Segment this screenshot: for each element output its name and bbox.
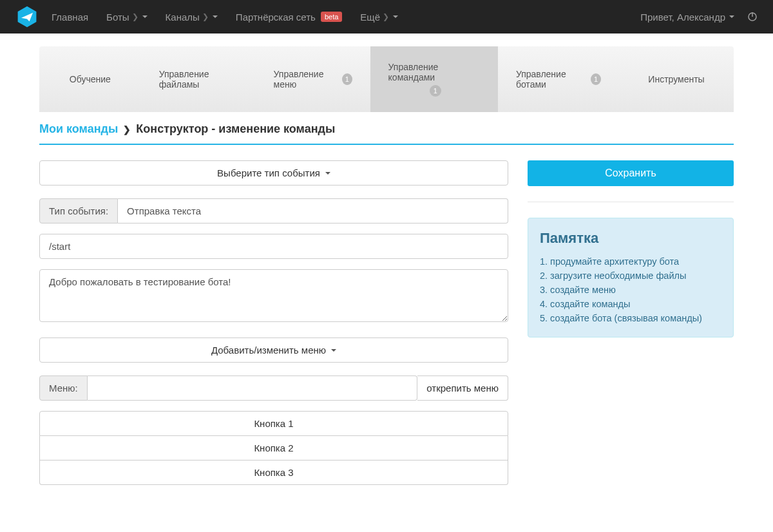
event-type-group: Тип события: Отправка текста (39, 198, 508, 223)
menu-button-2[interactable]: Кнопка 2 (39, 436, 508, 461)
memo-panel: Памятка 1. продумайте архитектуру бота 2… (528, 218, 734, 337)
tab-bots[interactable]: Управление ботами1 (498, 46, 619, 112)
tab-training[interactable]: Обучение (39, 46, 141, 112)
caret-down-icon (142, 15, 148, 18)
memo-item[interactable]: 5. создайте бота (связывая команды) (540, 311, 721, 325)
memo-item[interactable]: 4. создайте команды (540, 297, 721, 311)
menu-value (88, 375, 418, 401)
memo-item[interactable]: 2. загрузите необходимые файлы (540, 269, 721, 283)
tab-commands[interactable]: Управление командами1 (370, 46, 498, 112)
chevron-right-icon: ❯ (383, 12, 389, 21)
caret-down-icon (393, 15, 398, 18)
save-button[interactable]: Сохранить (528, 160, 734, 186)
event-type-value: Отправка текста (118, 198, 508, 223)
nav-bots[interactable]: Боты ❯ (106, 12, 148, 23)
form-column: Выберите тип события Тип события: Отправ… (39, 160, 508, 485)
tab-bar: Обучение Управление файламы Управление м… (39, 46, 734, 112)
tab-files[interactable]: Управление файламы (141, 46, 256, 112)
nav-main[interactable]: Главная (52, 12, 88, 23)
memo-title: Памятка (540, 230, 721, 247)
tab-badge: 1 (430, 85, 441, 97)
unpin-menu-button[interactable]: открепить меню (417, 375, 508, 401)
menu-button-3[interactable]: Кнопка 3 (39, 461, 508, 485)
logout-icon[interactable] (747, 12, 758, 22)
menu-group: Меню: открепить меню (39, 375, 508, 401)
menu-dropdown[interactable]: Добавить/изменить меню (39, 337, 508, 363)
tab-tools[interactable]: Инструменты (619, 46, 734, 112)
command-input[interactable] (39, 234, 508, 259)
logo-icon[interactable] (15, 5, 39, 28)
caret-down-icon (213, 15, 218, 18)
menu-buttons-list: Кнопка 1 Кнопка 2 Кнопка 3 (39, 411, 508, 485)
nav-partner[interactable]: Партнёрская сетьbeta (236, 12, 342, 23)
memo-item[interactable]: 1. продумайте архитектуру бота (540, 254, 721, 269)
sidebar-column: Сохранить Памятка 1. продумайте архитект… (528, 160, 734, 485)
nav-items: Главная Боты ❯ Каналы ❯ Партнёрская сеть… (52, 12, 398, 23)
nav-channels[interactable]: Каналы ❯ (166, 12, 218, 23)
chevron-right-icon: ❯ (202, 12, 209, 21)
nav-user-greeting[interactable]: Привет, Александр (640, 12, 734, 23)
tab-badge: 1 (591, 73, 601, 85)
chevron-right-icon: ❯ (132, 12, 138, 21)
content-area: Выберите тип события Тип события: Отправ… (39, 147, 734, 498)
caret-down-icon (729, 15, 734, 18)
memo-item[interactable]: 3. создайте меню (540, 283, 721, 297)
menu-button-1[interactable]: Кнопка 1 (39, 411, 508, 436)
message-textarea[interactable] (39, 269, 508, 322)
beta-badge: beta (321, 12, 342, 22)
menu-label: Меню: (39, 375, 88, 401)
tab-menu[interactable]: Управление меню1 (256, 46, 370, 112)
nav-more[interactable]: Ещё ❯ (360, 12, 398, 23)
chevron-right-icon: ❯ (123, 124, 131, 135)
caret-down-icon (331, 349, 336, 352)
divider (528, 202, 734, 202)
breadcrumb: Мои команды ❯ Конструктор - изменение ко… (39, 112, 734, 145)
top-navbar: Главная Боты ❯ Каналы ❯ Партнёрская сеть… (0, 0, 773, 33)
tab-badge: 1 (342, 73, 352, 85)
breadcrumb-current: Конструктор - изменение команды (136, 122, 335, 136)
event-type-dropdown[interactable]: Выберите тип события (39, 160, 508, 185)
memo-list: 1. продумайте архитектуру бота 2. загруз… (540, 254, 721, 325)
caret-down-icon (325, 172, 330, 175)
event-type-label: Тип события: (39, 198, 118, 223)
breadcrumb-link[interactable]: Мои команды (39, 122, 118, 136)
